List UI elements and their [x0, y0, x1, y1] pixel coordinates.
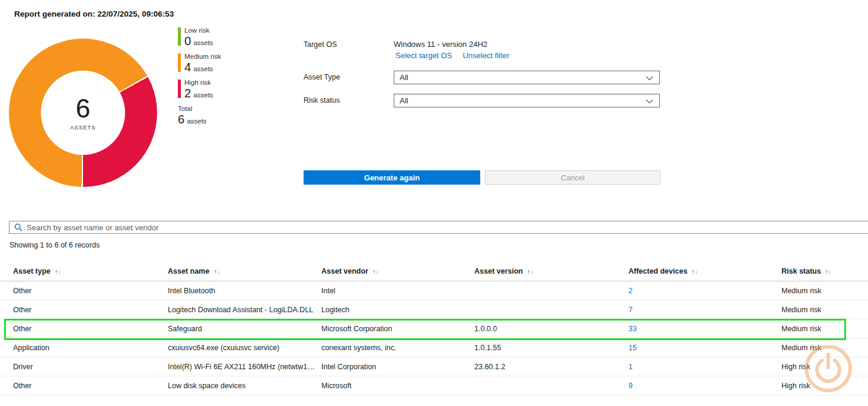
medium-risk-color-bar: [178, 53, 181, 72]
low-risk-color-bar: [178, 27, 181, 46]
legend-count: 0: [184, 34, 191, 47]
cell-asset-type: Other: [13, 306, 168, 314]
table-row[interactable]: Other Logitech Download Assistant - Logi…: [0, 300, 868, 319]
affected-devices-link[interactable]: 9: [628, 382, 633, 390]
legend-unit: assets: [193, 65, 213, 72]
target-os-value: Windows 11 - version 24H2: [394, 40, 487, 49]
legend-item-low-risk: Low risk 0assets: [178, 26, 221, 52]
asset-type-dropdown[interactable]: All: [394, 71, 660, 84]
cell-affected-devices: 1: [628, 363, 781, 371]
cell-asset-name: cxuiusvc64.exe (cxuiusvc service): [168, 344, 321, 352]
cell-asset-type: Other: [13, 382, 168, 390]
generate-again-button[interactable]: Generate again: [304, 170, 480, 185]
target-os-label: Target OS: [304, 40, 337, 49]
legend-unit: assets: [187, 118, 206, 125]
table-row[interactable]: Driver Intel(R) Wi-Fi 6E AX211 160MHz (n…: [0, 357, 868, 376]
affected-devices-link[interactable]: 1: [628, 363, 633, 371]
legend-unit: assets: [193, 39, 213, 46]
column-header-asset-type[interactable]: Asset type↑↓: [13, 267, 168, 275]
sort-icon: ↑↓: [213, 268, 220, 275]
risk-status-label: Risk status: [304, 96, 340, 104]
cell-asset-vendor: Microsoft: [321, 382, 474, 390]
column-header-asset-version[interactable]: Asset version↑↓: [474, 267, 628, 275]
cell-asset-vendor: Intel Corporation: [321, 363, 474, 371]
asset-type-selected-value: All: [400, 73, 646, 82]
table-row[interactable]: Other Intel Bluetooth Intel 2 Medium ris…: [0, 281, 868, 300]
sort-icon: ↑↓: [55, 268, 61, 275]
risk-donut-chart: 6 ASSETS: [9, 39, 157, 187]
target-os-links: Select target OS Unselect filter: [395, 51, 509, 60]
column-header-risk-status[interactable]: Risk status↑↓: [781, 267, 868, 275]
cell-asset-vendor: Microsoft Corporation: [321, 325, 474, 333]
legend-item-high-risk: High risk 2assets: [178, 78, 221, 104]
column-header-asset-vendor[interactable]: Asset vendor↑↓: [321, 267, 474, 275]
cell-asset-type: Application: [13, 344, 168, 352]
table-header-row: Asset type↑↓ Asset name↑↓ Asset vendor↑↓…: [0, 261, 868, 281]
sort-icon: ↑↓: [825, 268, 832, 275]
chevron-down-icon: [646, 97, 653, 106]
legend-unit: assets: [193, 91, 213, 99]
table-row-highlighted[interactable]: Other Safeguard Microsoft Corporation 1.…: [0, 319, 868, 338]
column-header-asset-name[interactable]: Asset name↑↓: [168, 267, 321, 275]
select-target-os-link[interactable]: Select target OS: [395, 51, 452, 60]
cell-affected-devices: 9: [628, 382, 781, 390]
sort-icon: ↑↓: [372, 268, 379, 275]
cell-affected-devices: 33: [628, 325, 781, 333]
legend-count: 2: [184, 87, 191, 100]
cell-asset-name: Safeguard: [168, 325, 321, 333]
chevron-down-icon: [646, 74, 653, 83]
cell-asset-vendor: Logitech: [321, 306, 474, 314]
donut-center: 6 ASSETS: [41, 71, 125, 155]
sort-icon: ↑↓: [691, 268, 698, 275]
cell-asset-name: Logitech Download Assistant - LogiLDA.DL…: [168, 306, 321, 314]
cell-asset-name: Intel Bluetooth: [168, 287, 321, 295]
cell-affected-devices: 7: [628, 306, 781, 314]
cell-asset-type: Other: [13, 325, 168, 333]
column-header-affected-devices[interactable]: Affected devices↑↓: [628, 267, 781, 275]
sort-icon: ↑↓: [527, 268, 534, 275]
legend-count: 6: [178, 113, 184, 126]
cancel-button[interactable]: Cancel: [485, 170, 660, 185]
legend-item-total: Total 6assets: [178, 104, 221, 131]
risk-status-dropdown[interactable]: All: [394, 94, 660, 107]
cell-asset-version: 1.0.1.55: [474, 344, 628, 352]
legend-label: Medium risk: [184, 52, 221, 61]
table-row[interactable]: Other Low disk space devices Microsoft 9…: [0, 376, 868, 395]
asset-type-label: Asset Type: [304, 73, 340, 81]
cell-asset-vendor: conexant systems, inc.: [321, 344, 474, 352]
risk-status-selected-value: All: [400, 96, 646, 105]
search-icon: [14, 223, 23, 231]
affected-devices-link[interactable]: 33: [628, 325, 637, 333]
cell-asset-type: Other: [13, 287, 168, 295]
report-generated-timestamp: Report generated on: 22/07/2025, 09:06:5…: [14, 9, 174, 18]
records-summary: Showing 1 to 6 of 6 records: [9, 241, 100, 249]
cell-asset-vendor: Intel: [321, 287, 474, 295]
legend-item-medium-risk: Medium risk 4assets: [178, 52, 221, 78]
report-page: Report generated on: 22/07/2025, 09:06:5…: [0, 0, 868, 406]
search-box[interactable]: [9, 221, 868, 234]
affected-devices-link[interactable]: 7: [628, 306, 633, 314]
table-row[interactable]: Application cxuiusvc64.exe (cxuiusvc ser…: [0, 338, 868, 357]
search-input[interactable]: [27, 223, 868, 232]
affected-devices-link[interactable]: 2: [628, 287, 633, 295]
cell-affected-devices: 2: [628, 287, 781, 295]
affected-devices-link[interactable]: 15: [628, 344, 637, 352]
power-icon: [804, 344, 853, 393]
cell-risk-status: Medium risk: [781, 325, 868, 333]
legend-count: 4: [184, 61, 191, 74]
legend-label: High risk: [184, 78, 221, 87]
cell-affected-devices: 15: [628, 344, 781, 352]
assets-table: Asset type↑↓ Asset name↑↓ Asset vendor↑↓…: [0, 261, 868, 395]
unselect-filter-link[interactable]: Unselect filter: [462, 51, 509, 60]
high-risk-color-bar: [178, 80, 181, 98]
cell-asset-name: Low disk space devices: [168, 382, 321, 390]
donut-total-caption: ASSETS: [70, 124, 96, 131]
cell-risk-status: Medium risk: [781, 306, 868, 314]
cell-risk-status: Medium risk: [781, 287, 868, 295]
cell-asset-version: 1.0.0.0: [474, 325, 628, 333]
legend-label: Total: [178, 104, 221, 113]
cell-asset-version: 23.60.1.2: [474, 363, 628, 371]
legend-label: Low risk: [184, 26, 221, 34]
cell-asset-type: Driver: [13, 363, 168, 371]
donut-total-value: 6: [76, 96, 90, 122]
